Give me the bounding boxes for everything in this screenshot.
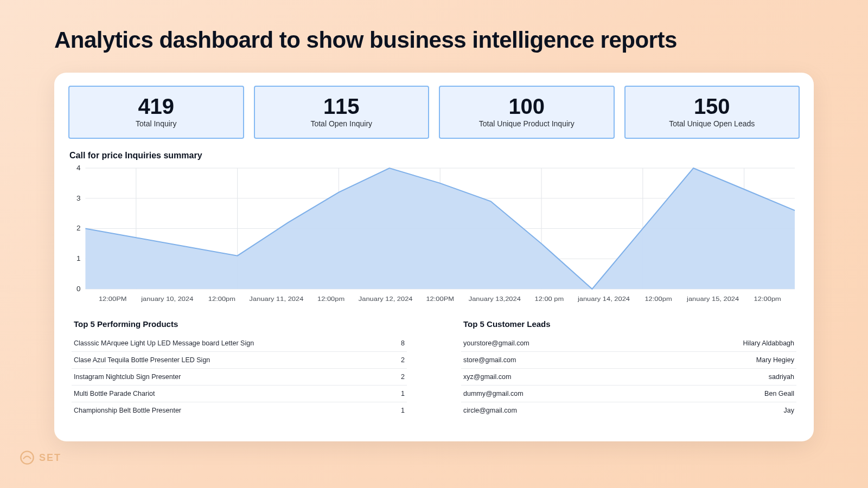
svg-text:january 15, 2024: january 15, 2024 bbox=[686, 296, 739, 303]
svg-text:1: 1 bbox=[76, 255, 80, 262]
stat-row: 419 Total Inquiry 115 Total Open Inquiry… bbox=[68, 86, 800, 139]
table-row: Instagram Nightclub Sign Presenter2 bbox=[72, 369, 407, 386]
table-row: yourstore@gmail.comHilary Aldabbagh bbox=[461, 335, 796, 352]
product-name: Multi Bottle Parade Chariot bbox=[74, 390, 155, 397]
table-row: store@gmail.comMary Hegiey bbox=[461, 352, 796, 369]
brand-icon bbox=[20, 450, 35, 465]
svg-point-30 bbox=[21, 451, 33, 464]
table-row: xyz@gmail.comsadriyah bbox=[461, 369, 796, 386]
dashboard-card: 419 Total Inquiry 115 Total Open Inquiry… bbox=[54, 73, 814, 441]
svg-text:4: 4 bbox=[76, 165, 80, 172]
svg-text:January 13,2024: January 13,2024 bbox=[469, 296, 521, 303]
svg-text:january 14, 2024: january 14, 2024 bbox=[577, 296, 630, 303]
svg-text:12:00pm: 12:00pm bbox=[754, 296, 781, 303]
stat-unique-product-inquiry: 100 Total Unique Product Inquiry bbox=[439, 86, 615, 139]
stat-label: Total Unique Product Inquiry bbox=[445, 119, 608, 128]
lead-email: circle@gmail.com bbox=[463, 407, 517, 414]
table-row: Clase Azul Tequila Bottle Presenter LED … bbox=[72, 352, 407, 369]
stat-value: 100 bbox=[445, 94, 608, 118]
product-name: Clase Azul Tequila Bottle Presenter LED … bbox=[74, 356, 210, 364]
table-row: circle@gmail.comJay bbox=[461, 402, 796, 419]
lead-name: sadriyah bbox=[769, 373, 794, 381]
product-count: 2 bbox=[401, 373, 405, 381]
svg-text:12:00 pm: 12:00 pm bbox=[534, 296, 564, 303]
list-title: Top 5 Performing Products bbox=[72, 319, 407, 329]
top-leads: Top 5 Customer Leads yourstore@gmail.com… bbox=[461, 319, 796, 419]
watermark-text: SET bbox=[39, 452, 61, 464]
watermark: SET bbox=[20, 450, 61, 465]
stat-total-inquiry: 419 Total Inquiry bbox=[68, 86, 244, 139]
lead-email: store@gmail.com bbox=[463, 356, 516, 364]
svg-text:12:00PM: 12:00PM bbox=[99, 296, 127, 303]
product-name: Classsic MArquee Light Up LED Message bo… bbox=[74, 339, 254, 347]
svg-text:2: 2 bbox=[76, 224, 80, 232]
page-title: Analytics dashboard to show business int… bbox=[54, 27, 814, 53]
svg-text:0: 0 bbox=[76, 285, 80, 293]
product-name: Instagram Nightclub Sign Presenter bbox=[74, 373, 181, 381]
svg-text:3: 3 bbox=[76, 194, 80, 202]
stat-label: Total Inquiry bbox=[75, 119, 238, 128]
svg-text:12:00pm: 12:00pm bbox=[317, 296, 344, 303]
lead-name: Ben Geall bbox=[764, 390, 794, 397]
lead-email: yourstore@gmail.com bbox=[463, 339, 529, 347]
stat-label: Total Open Inquiry bbox=[260, 119, 423, 128]
inquiries-chart: 0123412:00PMjanuary 10, 202412:00pmJanua… bbox=[68, 165, 800, 309]
svg-text:12:00PM: 12:00PM bbox=[426, 296, 454, 303]
table-row: Multi Bottle Parade Chariot1 bbox=[72, 386, 407, 402]
lead-name: Mary Hegiey bbox=[756, 356, 794, 364]
product-count: 1 bbox=[401, 407, 405, 414]
stat-label: Total Unique Open Leads bbox=[631, 119, 794, 128]
stat-value: 115 bbox=[260, 94, 423, 118]
lead-name: Jay bbox=[784, 407, 794, 414]
svg-text:12:00pm: 12:00pm bbox=[208, 296, 235, 303]
table-row: Classsic MArquee Light Up LED Message bo… bbox=[72, 335, 407, 352]
top-products: Top 5 Performing Products Classsic MArqu… bbox=[72, 319, 407, 419]
product-count: 2 bbox=[401, 356, 405, 364]
product-count: 8 bbox=[401, 339, 405, 347]
svg-text:January 12, 2024: January 12, 2024 bbox=[359, 296, 413, 303]
stat-value: 419 bbox=[75, 94, 238, 118]
svg-text:january 10, 2024: january 10, 2024 bbox=[141, 296, 193, 303]
stat-value: 150 bbox=[631, 94, 794, 118]
product-count: 1 bbox=[401, 390, 405, 397]
lead-email: dummy@gmail.com bbox=[463, 390, 524, 397]
stat-total-open-inquiry: 115 Total Open Inquiry bbox=[254, 86, 430, 139]
chart-title: Call for price Inquiries summary bbox=[69, 151, 800, 160]
table-row: Championship Belt Bottle Presenter1 bbox=[72, 402, 407, 419]
svg-text:12:00pm: 12:00pm bbox=[644, 296, 672, 303]
svg-text:January 11, 2024: January 11, 2024 bbox=[250, 296, 304, 303]
lists-row: Top 5 Performing Products Classsic MArqu… bbox=[68, 319, 800, 419]
lead-name: Hilary Aldabbagh bbox=[743, 339, 794, 347]
stat-unique-open-leads: 150 Total Unique Open Leads bbox=[624, 86, 800, 139]
list-title: Top 5 Customer Leads bbox=[461, 319, 796, 329]
table-row: dummy@gmail.comBen Geall bbox=[461, 386, 796, 402]
product-name: Championship Belt Bottle Presenter bbox=[74, 407, 181, 414]
lead-email: xyz@gmail.com bbox=[463, 373, 511, 381]
